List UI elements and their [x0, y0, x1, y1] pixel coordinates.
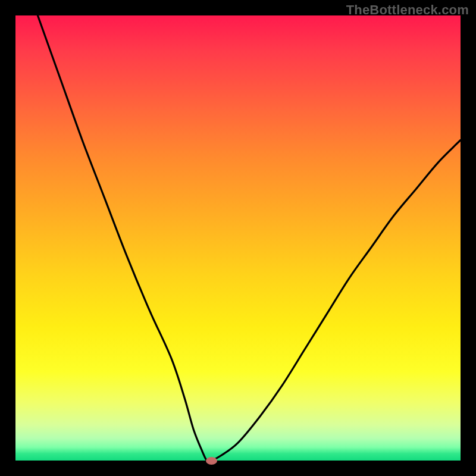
optimal-point-marker — [206, 457, 217, 465]
chart-frame: TheBottleneck.com — [0, 0, 476, 476]
watermark-text: TheBottleneck.com — [346, 2, 469, 18]
bottleneck-curve — [15, 15, 461, 461]
plot-area — [15, 15, 461, 461]
